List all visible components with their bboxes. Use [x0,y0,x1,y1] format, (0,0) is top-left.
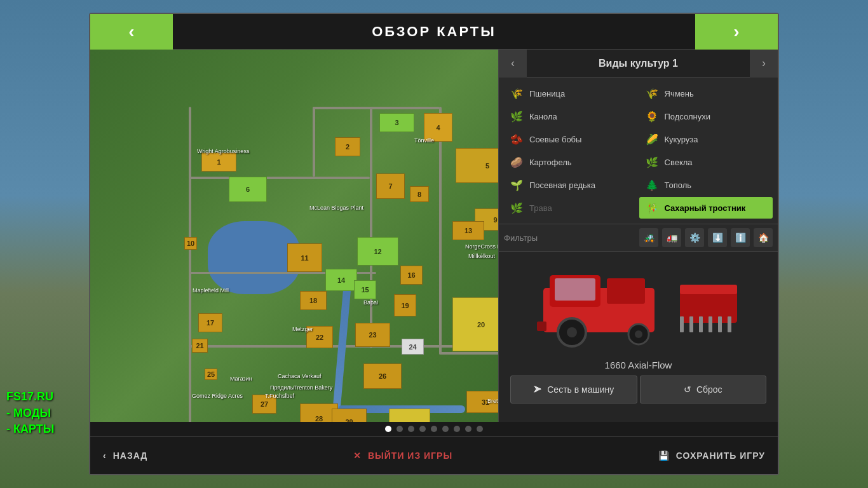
exit-btn[interactable]: ✕ ВЫЙТИ ИЗ ИГРЫ [353,451,452,461]
crop-item-wheat[interactable]: 🌾Пшеница [504,83,638,104]
crop-item-potato[interactable]: 🥔Картофель [504,151,638,173]
map-section: 1234567891011121314151617181920212223242… [90,50,498,422]
crop-item-poplar[interactable]: 🌲Тополь [639,174,773,196]
reset-icon: ↺ [684,384,691,395]
crop-name-poplar: Тополь [665,180,692,190]
vehicle-name: 1660 Axial-Flow [605,360,672,370]
filter-info-btn[interactable]: ℹ️ [731,228,750,247]
map-field-5: 5 [456,148,498,183]
map-field-1: 1 [201,152,236,172]
crop-item-grass[interactable]: 🌿Трава [504,197,638,219]
crop-item-soy[interactable]: 🫘Соевые бобы [504,128,638,150]
crop-item-radish[interactable]: 🌱Посевная редька [504,174,638,196]
enter-vehicle-btn[interactable]: ⮞ Сесть в машину [510,376,637,403]
crop-name-radish: Посевная редька [529,180,595,190]
crop-icon-beet: 🌿 [644,154,660,170]
crop-header: ‹ Виды культур 1 › [499,50,778,78]
map-field-21: 21 [192,339,208,353]
map-field-11: 11 [287,243,322,272]
filter-download-btn[interactable]: ⬇️ [708,228,727,247]
map-canvas: 1234567891011121314151617181920212223242… [90,50,498,422]
svg-rect-8 [537,322,546,331]
pagination-dot-3[interactable] [419,426,426,432]
map-lake [208,221,300,294]
crop-icon-potato: 🥔 [509,154,524,170]
filter-gear-btn[interactable]: ⚙️ [685,228,704,247]
crop-item-corn[interactable]: 🌽Кукуруза [639,128,773,150]
save-btn[interactable]: 💾 СОХРАНИТЬ ИГРУ [658,451,765,461]
map-label: McLean Biogas Plant [309,205,363,211]
map-field-18: 18 [300,291,327,310]
reset-vehicle-btn[interactable]: ↺ Сброс [640,376,767,403]
pagination-dot-0[interactable] [385,426,391,432]
crop-icon-corn: 🌽 [644,132,660,147]
watermark-line3: - КАРТЫ [6,421,54,437]
prev-button[interactable]: ‹ [90,14,173,50]
crop-item-sunflower[interactable]: 🌻Подсолнухи [639,105,773,127]
map-label: Maplefield Mill [193,287,229,294]
crop-icon-grass: 🌿 [509,200,524,215]
crop-item-beet[interactable]: 🌿Свекла [639,151,773,173]
next-icon: › [733,22,739,42]
svg-point-7 [635,330,642,338]
crop-item-canola[interactable]: 🌿Канола [504,105,638,127]
map-field-7: 7 [376,173,405,199]
back-btn[interactable]: ‹ НАЗАД [103,451,147,461]
reset-label: Сброс [696,384,722,395]
map-label: Bapai [363,299,378,306]
crop-name-barley: Ячмень [665,89,694,98]
pagination-dot-6[interactable] [454,426,460,432]
filter-truck-btn[interactable]: 🚛 [662,228,681,247]
road-horizontal-top [189,177,370,179]
svg-rect-2 [555,278,595,301]
crop-name-sunflower: Подсолнухи [665,112,711,121]
pagination-dot-5[interactable] [442,426,449,432]
map-label: Прядилы [270,384,294,391]
road-vertical-center [370,107,372,348]
footer: ‹ НАЗАД ✕ ВЫЙТИ ИЗ ИГРЫ 💾 СОХРАНИТЬ ИГРУ [90,436,778,474]
watermark-line1: FS17.RU [6,389,54,405]
crop-item-barley[interactable]: 🌾Ячмень [639,83,773,104]
svg-rect-16 [680,285,737,294]
crop-icon-barley: 🌾 [644,86,660,101]
map-field-19: 19 [394,294,416,316]
road-h-top [313,107,440,109]
map-label: Trenton Bakery [294,384,332,391]
svg-rect-13 [709,316,712,332]
map-field-6: 6 [229,177,267,202]
save-label: СОХРАНИТЬ ИГРУ [676,451,765,461]
enter-label: Сесть в машину [547,384,614,395]
watermark-line2: - МОДЫ [6,405,54,421]
pagination-dot-1[interactable] [397,426,403,432]
map-label: T.Fuchslbef [265,393,294,399]
road-v2 [313,107,315,177]
crop-next-btn[interactable]: › [750,50,778,78]
crop-icon-wheat: 🌾 [509,86,524,101]
crop-icon-radish: 🌱 [509,177,524,193]
map-label: Millkélkout [468,253,495,259]
crop-icon-canola: 🌿 [509,109,524,124]
vehicle-display: 1660 Axial-Flow ⮞ Сесть в машину ↺ Сброс [499,252,778,422]
crop-icon-sunflower: 🌻 [644,109,660,124]
map-field-10: 10 [184,237,197,250]
crop-name-grass: Трава [529,203,552,213]
map-field-13: 13 [452,221,484,240]
crop-item-sugarcane[interactable]: 🎋Сахарный тростник [639,197,773,219]
pagination-dot-2[interactable] [408,426,414,432]
filter-home-btn[interactable]: 🏠 [754,228,773,247]
filter-tractor-btn[interactable]: 🚜 [639,228,658,247]
pagination-dot-8[interactable] [477,426,483,432]
crop-icon-soy: 🫘 [509,132,524,147]
crop-icon-poplar: 🌲 [644,177,660,193]
content-area: 1234567891011121314151617181920212223242… [90,50,778,422]
svg-rect-14 [718,316,722,332]
map-field-20: 20 [452,297,498,351]
crop-name-sugarcane: Сахарный тростник [665,203,746,213]
road-vertical-left [189,107,191,422]
pagination-dot-4[interactable] [431,426,437,432]
next-button[interactable]: › [695,14,778,50]
map-label: Gomez Ridge Acres [192,393,243,399]
watermark: FS17.RU - МОДЫ - КАРТЫ [6,389,54,437]
pagination-dot-7[interactable] [465,426,471,432]
crop-prev-btn[interactable]: ‹ [499,50,527,78]
